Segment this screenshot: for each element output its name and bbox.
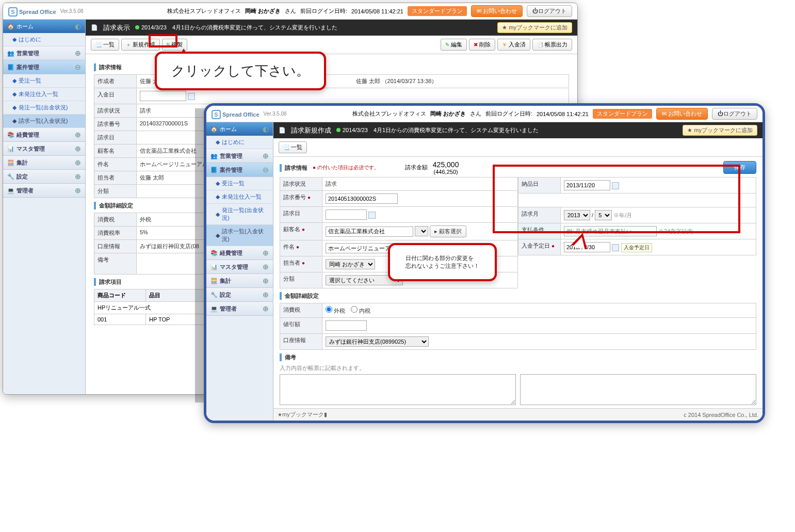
sidebar-item-invoice[interactable]: ◆ 請求一覧(入金状況) xyxy=(3,115,85,128)
logout-button-2[interactable]: ⏻ログアウト xyxy=(712,108,757,120)
sidebar-home[interactable]: 🏠 ホーム◐ xyxy=(3,20,85,33)
tax-out-radio[interactable]: 外税 xyxy=(326,308,345,314)
person-select[interactable]: 岡崎 おかざき xyxy=(326,259,375,269)
client-select[interactable] xyxy=(415,226,428,236)
amount-label: 請求金額 xyxy=(405,164,428,171)
contact-button[interactable]: ✉ お問い合わせ xyxy=(471,5,523,17)
bookmark-button[interactable]: ★ myブックマークに追加 xyxy=(497,22,572,33)
creator-right: 佐藤 太郎 （2014/03/27 13:38） xyxy=(353,75,569,88)
login-time-label: 前回ログイン日時: xyxy=(300,7,347,15)
bill-year-select[interactable]: 2013 xyxy=(564,210,590,220)
sidebar: 🏠 ホーム◐ ◆ はじめに 👥営業管理⊕ 📘案件管理⊖ ◆ 受注一覧 ◆ 未発注… xyxy=(3,20,86,394)
callout-date-warning: 日付に関わる部分の変更を忘れないようご注意下さい！ xyxy=(388,243,497,281)
edit-button[interactable]: ✎編集 xyxy=(441,39,467,51)
amount-value-tax: (446,250) xyxy=(433,169,459,175)
app-header-2: SSpread Office Ver.3.5.08 株式会社スプレッドオフィス … xyxy=(206,106,762,122)
invoice-date-input[interactable] xyxy=(326,209,367,220)
login-time: 2014/05/08 11:42:21 xyxy=(351,8,403,14)
subject-label: 件名 xyxy=(94,158,137,171)
sidebar-cat-settings[interactable]: 🔧設定⊕ xyxy=(3,170,85,184)
contact-button-2[interactable]: ✉ お問い合わせ xyxy=(656,108,708,120)
sidebar-home-2[interactable]: 🏠 ホーム◐ xyxy=(206,122,273,136)
list-button-2[interactable]: 📃一覧 xyxy=(279,141,307,153)
tax-in-radio[interactable]: 内税 xyxy=(351,308,370,314)
title-bar-2: 📄 請求新規作成 2014/3/23 4月1日からの消費税率変更に伴って、システ… xyxy=(273,122,762,138)
paid-button[interactable]: ￥入金済 xyxy=(497,39,530,51)
logout-button[interactable]: ⏻ログアウト xyxy=(527,5,572,17)
calendar-icon[interactable] xyxy=(612,182,619,189)
save-button[interactable]: 保存 xyxy=(723,161,756,174)
company-name: 株式会社スプレッドオフィス xyxy=(167,7,241,15)
client-input[interactable] xyxy=(326,227,413,237)
sidebar-cat-agg[interactable]: 🧮集計⊕ xyxy=(3,156,85,170)
list-button[interactable]: 📃一覧 xyxy=(91,39,119,51)
calendar-icon[interactable] xyxy=(188,93,195,100)
callout-click: クリックして下さい。 xyxy=(155,52,326,90)
toolbar: 📃一覧 ＋新規作成 ⎘複製 ✎編集 ✖削除 ￥入金済 📑帳票出力 xyxy=(86,36,577,54)
system-notice: 2014/3/23 4月1日からの消費税率変更に伴って、システム変更を行いました xyxy=(135,24,492,31)
report-button[interactable]: 📑帳票出力 xyxy=(532,39,572,51)
amount-value: 425,000 xyxy=(433,160,459,169)
note-textarea-2[interactable] xyxy=(520,374,756,405)
status-label: 請求状況 xyxy=(94,104,137,117)
toolbar-2: 📃一覧 xyxy=(273,138,762,157)
app-version: Ver.3.5.08 xyxy=(60,8,84,14)
plan-badge-2: スタンダードプラン xyxy=(593,109,652,119)
app-logo-2: SSpread Office xyxy=(212,109,259,119)
page-icon-2: 📄 xyxy=(279,127,286,134)
calendar-icon[interactable] xyxy=(368,212,376,219)
plan-badge: スタンダードプラン xyxy=(408,6,467,16)
new-button[interactable]: ＋新規作成 xyxy=(121,39,160,51)
invoice-number-input[interactable] xyxy=(326,194,398,204)
app-header: SSpread Office Ver.3.5.08 株式会社スプレッドオフィス … xyxy=(3,3,577,20)
sidebar-item-po[interactable]: ◆ 発注一覧(出金状況) xyxy=(3,101,85,115)
sidebar-item-intro[interactable]: ◆ はじめに xyxy=(3,33,85,46)
delete-button[interactable]: ✖削除 xyxy=(469,39,495,51)
bank-select[interactable]: みずほ銀行神田支店(0899025) xyxy=(326,336,429,347)
page-title: 請求表示 xyxy=(103,23,130,33)
client-label: 顧客名 xyxy=(94,144,137,157)
creator-label: 作成者 xyxy=(94,75,137,88)
page-icon: 📄 xyxy=(91,24,98,31)
sidebar-item-unordered[interactable]: ◆ 未発注仕入一覧 xyxy=(3,88,85,101)
person-label: 担当者 xyxy=(94,171,137,184)
bookmark-button-2[interactable]: ★ myブックマークに追加 xyxy=(683,125,757,136)
sidebar-cat-projects[interactable]: 📘案件管理⊖ xyxy=(3,60,85,74)
paydate-label: 入金日 xyxy=(94,88,137,104)
number-label: 請求番号 xyxy=(94,118,137,131)
note-textarea-1[interactable] xyxy=(280,374,516,405)
delivery-date-input[interactable] xyxy=(564,180,610,190)
category-label: 分類 xyxy=(94,185,137,198)
page-title-2: 請求新規作成 xyxy=(291,126,331,135)
footer-2: ★myブックマーク▮c 2014 SpreadOffice Co., Ltd. xyxy=(273,408,762,421)
sidebar-cat-expense[interactable]: 📚経費管理⊕ xyxy=(3,128,85,142)
bill-month-select[interactable]: 5 xyxy=(595,210,612,220)
app-logo: SSpread Office xyxy=(8,6,56,17)
client-pick-button[interactable]: ▸ 顧客選択 xyxy=(430,225,466,237)
sidebar-2: 🏠 ホーム◐ ◆ はじめに 👥営業管理⊕ 📘案件管理⊖ ◆ 受注一覧 ◆ 未発注… xyxy=(206,122,273,421)
date-label: 請求日 xyxy=(94,131,137,144)
sidebar-item-orders[interactable]: ◆ 受注一覧 xyxy=(3,74,85,88)
paydate-input[interactable] xyxy=(140,91,186,101)
tooltip: 入金予定日 xyxy=(621,243,652,252)
sidebar-cat-sales[interactable]: 👥営業管理⊕ xyxy=(3,46,85,60)
discount-input[interactable] xyxy=(326,320,367,331)
title-bar: 📄 請求表示 2014/3/23 4月1日からの消費税率変更に伴って、システム変… xyxy=(86,20,577,36)
user-name: 岡崎 おかざき xyxy=(245,7,281,15)
sidebar-cat-admin[interactable]: 💻管理者⊕ xyxy=(3,184,85,198)
calendar-icon[interactable] xyxy=(612,244,619,251)
required-note: ● の付いた項目は必須です。 xyxy=(313,164,379,171)
sidebar-cat-master[interactable]: 📊マスタ管理⊕ xyxy=(3,142,85,156)
